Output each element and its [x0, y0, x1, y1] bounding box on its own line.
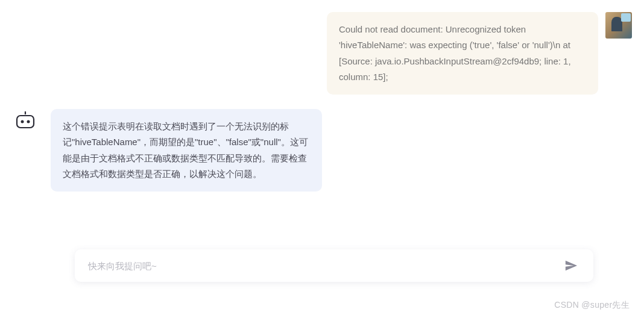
send-icon [564, 259, 578, 272]
bot-avatar [12, 109, 39, 136]
user-message-row: Could not read document: Unrecognized to… [12, 12, 632, 95]
user-message-text: Could not read document: Unrecognized to… [339, 24, 571, 82]
user-avatar[interactable] [605, 12, 632, 39]
watermark: CSDN @super先生 [554, 300, 630, 311]
chat-container: Could not read document: Unrecognized to… [0, 0, 644, 192]
chat-input-area [75, 249, 593, 282]
robot-icon [15, 111, 36, 129]
user-message-bubble: Could not read document: Unrecognized to… [327, 12, 598, 95]
svg-rect-1 [17, 116, 34, 128]
bot-message-bubble: 这个错误提示表明在读取文档时遇到了一个无法识别的标记"hiveTableName… [51, 109, 322, 192]
bot-message-row: 这个错误提示表明在读取文档时遇到了一个无法识别的标记"hiveTableName… [12, 109, 632, 192]
bot-message-text: 这个错误提示表明在读取文档时遇到了一个无法识别的标记"hiveTableName… [63, 121, 308, 179]
send-button[interactable] [562, 257, 580, 275]
svg-point-2 [21, 120, 24, 123]
svg-point-3 [27, 120, 30, 123]
chat-input[interactable] [88, 261, 562, 271]
